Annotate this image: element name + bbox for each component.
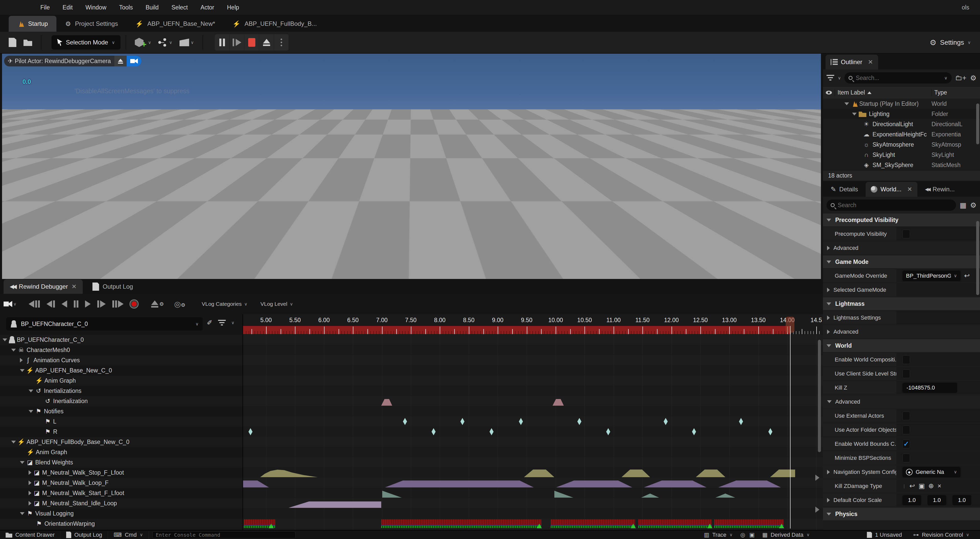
tab-rewin[interactable]: ◀◀Rewin... — [920, 182, 960, 197]
orientation-warping-vlog-segment[interactable] — [714, 519, 784, 528]
tree-row-m-neutral-walk-stop-f-lfoot[interactable]: ◪M_Neutral_Walk_Stop_F_Lfoot — [0, 467, 243, 478]
color-scale-value-2[interactable]: 1.0 — [953, 495, 971, 505]
tab-output-log[interactable]: Output Log — [86, 279, 139, 294]
tree-row-inertializations[interactable]: ↺Inertializations — [0, 386, 243, 396]
tree-row-notifies[interactable]: ⚑Notifies — [0, 406, 243, 416]
value-input[interactable]: -1048575.0 — [902, 383, 957, 393]
close-icon[interactable]: ✕ — [907, 186, 912, 193]
tab-world[interactable]: World...✕ — [865, 182, 917, 197]
output-log-button[interactable]: Output Log — [60, 531, 108, 539]
details-scrollbar[interactable] — [976, 221, 979, 295]
outliner-row[interactable]: Startup (Play In Editor)World — [823, 99, 980, 109]
filter-icon[interactable] — [218, 320, 226, 326]
menu-item-select[interactable]: Select — [166, 3, 193, 13]
browse-content-button[interactable] — [24, 39, 32, 46]
tree-row-visual-logging[interactable]: ⚑Visual Logging — [0, 508, 243, 518]
outliner-row[interactable]: LightingFolder — [823, 109, 980, 119]
chevron-down-icon[interactable]: ∨ — [838, 75, 841, 81]
target-settings-icon[interactable]: ◎⚙ — [174, 300, 185, 309]
row-precompute-visibility[interactable]: Precompute Visibility — [823, 227, 980, 240]
pilot-actor-pill[interactable]: ✈ Pilot Actor: RewindDebuggerCamera — [4, 56, 142, 66]
expander-down-icon[interactable] — [29, 389, 33, 392]
cmd-dropdown[interactable]: ⌨ Cmd∨ — [108, 531, 149, 539]
row-selected-gamemode[interactable]: Selected GameMode — [823, 283, 980, 296]
orientation-warping-vlog-segment[interactable] — [638, 519, 712, 528]
frame-skip-button[interactable] — [229, 34, 244, 51]
eject-button[interactable] — [259, 34, 274, 51]
expander-down-icon[interactable] — [20, 461, 24, 464]
tree-row-bp-uefncharacter-c-0[interactable]: BP_UEFNCharacter_C_0 — [0, 335, 243, 345]
outliner-search[interactable]: ∨ — [845, 72, 951, 83]
blueprints-button[interactable]: ∨ — [158, 38, 172, 46]
value-dropdown[interactable]: ◆Generic Na∨ — [902, 467, 961, 477]
skip-to-end-button[interactable] — [112, 300, 124, 308]
editor-tab-abp-uefn-base-new-[interactable]: ⚡ABP_UEFN_Base_New* — [127, 16, 224, 32]
outliner-row[interactable]: ☼SkyAtmosphereSkyAtmosp — [823, 139, 980, 150]
row-lightmass-settings[interactable]: Lightmass Settings — [823, 311, 980, 324]
orientation-warping-vlog-segment[interactable] — [551, 519, 635, 528]
browse-icon[interactable]: ▣ — [918, 482, 925, 490]
timeline-scrollbar[interactable] — [818, 340, 821, 452]
walk-loop-weights-shape[interactable] — [385, 480, 534, 487]
tab-outliner[interactable]: Outliner ✕ — [826, 55, 878, 70]
insights-icon[interactable]: ◎ — [738, 531, 747, 539]
camera-mode-dropdown[interactable]: ∨ — [3, 301, 16, 307]
chevron-down-icon[interactable]: ∨ — [944, 75, 947, 81]
outliner-row[interactable]: ☀DirectionalLightDirectionalL — [823, 119, 980, 129]
play-reverse-button[interactable] — [62, 300, 67, 308]
add-actor-button[interactable]: +∨ — [135, 36, 151, 49]
use-asset-icon[interactable]: ↩ — [909, 482, 915, 490]
expander-right-icon[interactable] — [827, 470, 830, 474]
section-physics[interactable]: Physics — [823, 507, 980, 520]
value-dropdown[interactable]: BP_ThirdPersonGa∨ — [902, 271, 961, 281]
editor-tab-startup[interactable]: Startup — [9, 16, 56, 32]
tree-row-anim-graph[interactable]: ⚡Anim Graph — [0, 376, 243, 386]
editor-tab-abp-uefn-fullbody-b-[interactable]: ⚡ABP_UEFN_FullBody_B... — [224, 16, 326, 32]
details-settings-icon[interactable]: ⚙ — [970, 201, 977, 209]
record-button[interactable] — [130, 300, 138, 308]
row-enable-world-compositi-[interactable]: Enable World Compositi... — [823, 353, 980, 366]
vlog-categories-dropdown[interactable]: VLog Categories∨ — [202, 301, 247, 307]
menu-item-file[interactable]: File — [35, 3, 55, 13]
row-minimize-bspsections[interactable]: Minimize BSPSections — [823, 451, 980, 464]
expander-down-icon[interactable] — [11, 441, 16, 443]
row-use-actor-folder-objects[interactable]: Use Actor Folder Objects — [823, 423, 980, 436]
tab-rewind-debugger[interactable]: ◀◀ Rewind Debugger ✕ — [3, 279, 83, 294]
checkbox[interactable] — [902, 369, 910, 378]
details-search-input[interactable] — [838, 202, 952, 209]
tree-row-orientationwarping[interactable]: ⚑OrientationWarping — [0, 518, 243, 529]
section-game-mode[interactable]: Game Mode — [823, 255, 980, 268]
expander-down-icon[interactable] — [827, 513, 831, 515]
eyedropper-icon[interactable]: ✐ — [207, 319, 212, 327]
tree-row-charactermesh0[interactable]: ☠CharacterMesh0 — [0, 345, 243, 355]
tree-row-m-neutral-walk-start-f-lfoot[interactable]: ◪M_Neutral_Walk_Start_F_Lfoot — [0, 488, 243, 498]
tree-row-r[interactable]: ⚑R — [0, 427, 243, 437]
outliner-search-input[interactable] — [856, 75, 941, 81]
expander-down-icon[interactable] — [29, 410, 33, 413]
cinematics-button[interactable]: ∨ — [180, 38, 194, 46]
tree-row-anim-graph[interactable]: ⚡Anim Graph — [0, 447, 243, 457]
pause-button[interactable] — [215, 34, 229, 51]
checkbox[interactable] — [902, 426, 910, 434]
menu-item-window[interactable]: Window — [80, 3, 111, 13]
expander-right-icon[interactable] — [29, 491, 32, 495]
close-icon[interactable]: ✕ — [72, 283, 76, 290]
row-gamemode-override[interactable]: GameMode OverrideBP_ThirdPersonGa∨↩ — [823, 269, 980, 282]
checkbox[interactable] — [902, 411, 910, 420]
tree-row-blend-weights[interactable]: ◪Blend Weights — [0, 457, 243, 467]
checkbox[interactable] — [902, 355, 910, 364]
derived-data-dropdown[interactable]: ▦ Derived Data∨ — [757, 531, 815, 539]
expander-down-icon[interactable] — [827, 344, 831, 347]
row-kill-z[interactable]: Kill Z-1048575.0 — [823, 381, 980, 394]
checkbox[interactable] — [902, 230, 910, 238]
save-button[interactable] — [9, 38, 16, 47]
revision-control-dropdown[interactable]: ⊶ Revision Control∨ — [907, 531, 975, 539]
outliner-settings-icon[interactable]: ⚙ — [970, 74, 977, 82]
rewind-timeline[interactable]: 5.005.506.006.507.007.508.008.509.009.50… — [243, 314, 823, 530]
editor-tab-project-settings[interactable]: ⚙Project Settings — [56, 16, 127, 32]
expander-right-icon[interactable] — [827, 288, 830, 292]
details-search[interactable] — [827, 199, 956, 211]
menu-item-help[interactable]: Help — [222, 3, 244, 13]
expander-right-icon[interactable] — [827, 246, 830, 250]
row-enable-world-bounds-c-[interactable]: Enable World Bounds C... — [823, 437, 980, 450]
